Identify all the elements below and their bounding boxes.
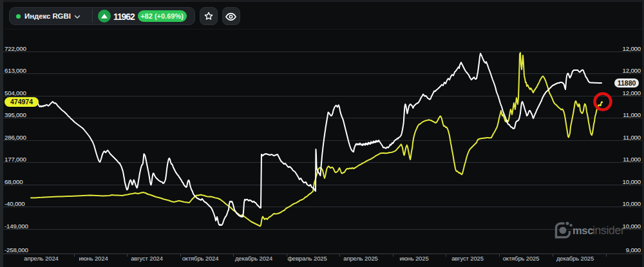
svg-text:msc: msc — [573, 225, 593, 236]
svg-text:insider: insider — [592, 224, 625, 237]
